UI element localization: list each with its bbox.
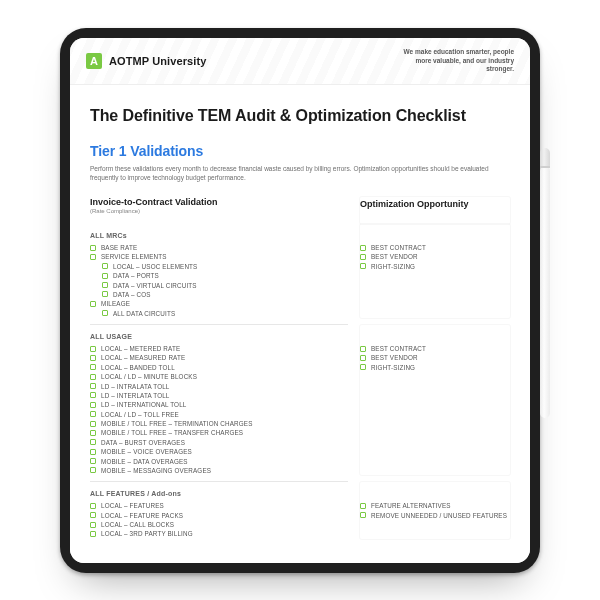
checkbox-icon[interactable] (90, 421, 96, 427)
checkbox-icon[interactable] (90, 522, 96, 528)
checklist-item: ALL DATA CIRCUITS (90, 308, 348, 317)
checkbox-icon[interactable] (90, 458, 96, 464)
checklist-item-label: DATA – VIRTUAL CIRCUITS (113, 282, 197, 289)
checklist-item-label: BASE RATE (101, 244, 137, 251)
checklist: LOCAL – METERED RATELOCAL – MEASURED RAT… (90, 344, 348, 475)
checklist: BASE RATESERVICE ELEMENTSLOCAL – USOC EL… (90, 243, 348, 318)
checkbox-icon[interactable] (102, 310, 108, 316)
checklist-item-label: DATA – BURST OVERAGES (101, 439, 185, 446)
tier-heading: Tier 1 Validations (90, 143, 510, 159)
checkbox-icon[interactable] (90, 430, 96, 436)
checklist-item-label: ALL DATA CIRCUITS (113, 310, 175, 317)
sections-container: ALL MRCsBASE RATESERVICE ELEMENTSLOCAL –… (90, 224, 510, 539)
group-label: ALL MRCs (90, 232, 348, 239)
checkbox-icon[interactable] (360, 364, 366, 370)
checkbox-icon[interactable] (90, 411, 96, 417)
checkbox-icon[interactable] (360, 512, 366, 518)
checklist-item: DATA – BURST OVERAGES (90, 438, 348, 447)
checkbox-icon[interactable] (360, 245, 366, 251)
checkbox-icon[interactable] (360, 254, 366, 260)
checklist-item-label: LOCAL – METERED RATE (101, 345, 180, 352)
section-divider-row (90, 475, 510, 482)
brand-name: AOTMP University (109, 55, 206, 67)
opportunity-list: BEST CONTRACTBEST VENDORRIGHT-SIZING (360, 243, 510, 271)
checklist-item: LOCAL – CALL BLOCKS (90, 520, 348, 529)
checklist-item-label: MILEAGE (101, 300, 130, 307)
section-row: ALL USAGELOCAL – METERED RATELOCAL – MEA… (90, 325, 510, 475)
section-row: ALL FEATURES / Add-onsLOCAL – FEATURESLO… (90, 482, 510, 539)
brand-logo-letter: A (90, 55, 98, 67)
checklist-item-label: LOCAL / LD – MINUTE BLOCKS (101, 373, 197, 380)
left-column-heading: Invoice-to-Contract Validation (90, 197, 348, 207)
opportunity-item: BEST VENDOR (360, 353, 510, 362)
section-left: ALL FEATURES / Add-onsLOCAL – FEATURESLO… (90, 482, 348, 539)
checklist-item-label: LOCAL – USOC ELEMENTS (113, 263, 197, 270)
checkbox-icon[interactable] (90, 512, 96, 518)
checklist-item: LOCAL – METERED RATE (90, 344, 348, 353)
group-label-spacer (360, 232, 510, 239)
checkbox-icon[interactable] (90, 374, 96, 380)
checklist-item: LD – INTRALATA TOLL (90, 381, 348, 390)
checklist-item-label: LOCAL – CALL BLOCKS (101, 521, 174, 528)
checkbox-icon[interactable] (360, 346, 366, 352)
checklist-item-label: LD – INTERNATIONAL TOLL (101, 401, 186, 408)
left-column-heading-wrap: Invoice-to-Contract Validation (Rate Com… (90, 197, 348, 224)
checkbox-icon[interactable] (360, 263, 366, 269)
stylus-icon (540, 148, 550, 418)
checkbox-icon[interactable] (90, 245, 96, 251)
checkbox-icon[interactable] (90, 439, 96, 445)
checkbox-icon[interactable] (90, 449, 96, 455)
checklist-item-label: MOBILE / TOLL FREE – TERMINATION CHARGES (101, 420, 253, 427)
checklist-item: LOCAL – FEATURES (90, 501, 348, 510)
tablet-screen: A AOTMP University We make education sma… (70, 38, 530, 563)
opportunity-item-label: BEST CONTRACT (371, 345, 426, 352)
checklist-item-label: LD – INTERLATA TOLL (101, 392, 170, 399)
checklist-item: LOCAL – FEATURE PACKS (90, 510, 348, 519)
checkbox-icon[interactable] (90, 467, 96, 473)
opportunity-item-label: BEST CONTRACT (371, 244, 426, 251)
checklist-item: LOCAL / LD – MINUTE BLOCKS (90, 372, 348, 381)
checkbox-icon[interactable] (90, 531, 96, 537)
section-right: BEST CONTRACTBEST VENDORRIGHT-SIZING (360, 325, 510, 475)
checkbox-icon[interactable] (90, 364, 96, 370)
checkbox-icon[interactable] (102, 273, 108, 279)
opportunity-item-label: BEST VENDOR (371, 253, 418, 260)
checklist-item: MILEAGE (90, 299, 348, 308)
checkbox-icon[interactable] (90, 301, 96, 307)
checkbox-icon[interactable] (90, 254, 96, 260)
checklist: LOCAL – FEATURESLOCAL – FEATURE PACKSLOC… (90, 501, 348, 539)
checkbox-icon[interactable] (90, 402, 96, 408)
document-page: The Definitive TEM Audit & Optimization … (70, 85, 530, 563)
brand-tagline: We make education smarter, people more v… (389, 48, 514, 74)
checklist-item-label: DATA – PORTS (113, 272, 159, 279)
checklist-item-label: LOCAL – 3RD PARTY BILLING (101, 530, 193, 537)
tier-description: Perform these validations every month to… (90, 164, 495, 183)
divider-spacer (360, 318, 510, 325)
checkbox-icon[interactable] (90, 355, 96, 361)
divider-spacer (360, 475, 510, 482)
checkbox-icon[interactable] (102, 291, 108, 297)
section-row: ALL MRCsBASE RATESERVICE ELEMENTSLOCAL –… (90, 224, 510, 318)
checklist-item: LOCAL – 3RD PARTY BILLING (90, 529, 348, 538)
checklist-item-label: LOCAL / LD – TOLL FREE (101, 411, 179, 418)
checklist-item: DATA – COS (90, 290, 348, 299)
checklist-item-label: MOBILE – MESSAGING OVERAGES (101, 467, 211, 474)
checkbox-icon[interactable] (102, 282, 108, 288)
checkbox-icon[interactable] (90, 346, 96, 352)
opportunity-item-label: FEATURE ALTERNATIVES (371, 502, 451, 509)
opportunity-item-label: REMOVE UNNEEDED / UNUSED FEATURES (371, 512, 507, 519)
opportunity-item-label: RIGHT-SIZING (371, 364, 415, 371)
checklist-item: LOCAL / LD – TOLL FREE (90, 409, 348, 418)
checkbox-icon[interactable] (90, 383, 96, 389)
checklist-item: LOCAL – MEASURED RATE (90, 353, 348, 362)
checkbox-icon[interactable] (90, 503, 96, 509)
checklist-item: MOBILE / TOLL FREE – TRANSFER CHARGES (90, 428, 348, 437)
checkbox-icon[interactable] (360, 355, 366, 361)
checkbox-icon[interactable] (90, 392, 96, 398)
checkbox-icon[interactable] (102, 263, 108, 269)
section-right: BEST CONTRACTBEST VENDORRIGHT-SIZING (360, 224, 510, 318)
checklist-item-label: DATA – COS (113, 291, 151, 298)
opportunity-item: REMOVE UNNEEDED / UNUSED FEATURES (360, 510, 510, 519)
checkbox-icon[interactable] (360, 503, 366, 509)
checklist-item: BASE RATE (90, 243, 348, 252)
